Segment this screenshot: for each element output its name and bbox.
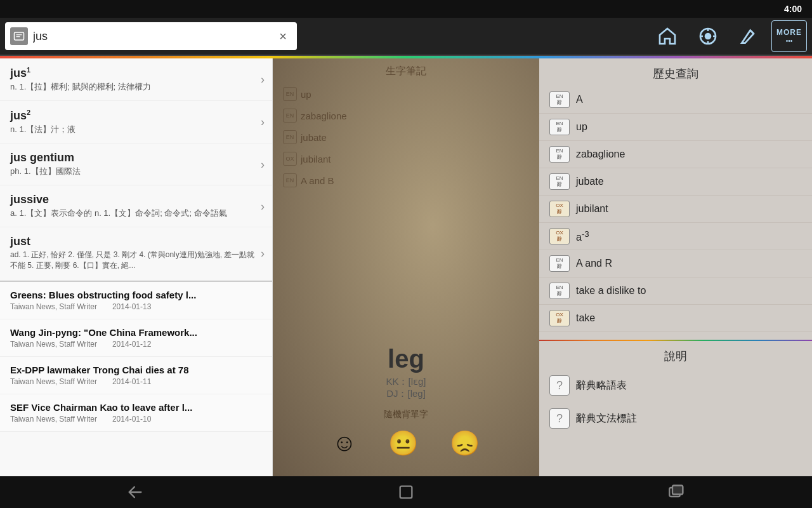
dict-badge: EN辭 [549,283,570,299]
news-title: Greens: Blues obstructing food safety l.… [10,290,262,300]
dict-badge: EN辭 [549,119,570,135]
news-title: SEF Vice Chairman Kao to leave after l..… [10,402,262,413]
autocomplete-item-jus1[interactable]: jus1 n. 1.【拉】權利; 賦與的權利; 法律權力 › [0,58,272,101]
autocomplete-word: jussive [10,193,262,206]
vocab-dict-badge: EN [283,130,297,144]
vocab-item-zabaglione[interactable]: EN zabaglione [273,105,539,126]
happy-emoji[interactable]: ☺ [332,429,357,457]
explanation-item-grammar[interactable]: ? 辭典文法標註 [539,402,812,435]
history-item-A[interactable]: EN辭 A [539,86,812,114]
vocab-section: 生字筆記 EN up EN zabaglione EN jubate OX ju… [273,58,539,197]
arrow-icon: › [261,73,265,86]
news-item-1[interactable]: Greens: Blues obstructing food safety l.… [0,282,272,319]
arrow-icon: › [261,157,265,171]
dict-badge: EN辭 [549,146,570,163]
history-title: 歷史查詢 [539,66,812,81]
vocab-dict-badge: EN [283,173,297,187]
vocab-dict-badge: EN [283,87,297,101]
recents-button[interactable] [658,479,696,505]
back-button[interactable] [116,479,154,505]
history-item-take[interactable]: OX辭 take [539,305,812,332]
vocab-item-jubilant[interactable]: OX jubilant [273,148,539,170]
autocomplete-item-jus-gentium[interactable]: jus gentium ph. 1.【拉】國際法 › [0,144,272,185]
autocomplete-word: just [10,235,262,248]
explanation-item-abbreviations[interactable]: ? 辭典略語表 [539,369,812,402]
history-section: 歷史查詢 EN辭 A EN辭 up EN辭 zabaglione EN辭 jub… [539,58,812,340]
svg-rect-0 [15,32,24,40]
edit-button[interactable] [731,20,766,52]
arrow-icon: › [261,199,265,213]
history-item-a-minus3[interactable]: OX辭 a-3 [539,223,812,250]
history-item-up[interactable]: EN辭 up [539,114,812,141]
autocomplete-item-jus2[interactable]: jus2 n. 1.【法】汁；液 › [0,101,272,144]
middle-panel: 生字筆記 EN up EN zabaglione EN jubate OX ju… [273,58,539,476]
search-dict-icon [10,27,28,45]
vocab-item-a-and-b[interactable]: EN A and B [273,170,539,191]
autocomplete-item-just[interactable]: just ad. 1. 正好, 恰好 2. 僅僅, 只是 3. 剛才 4. (常… [0,227,272,281]
arrow-icon: › [261,116,265,129]
nav-bar [0,476,812,508]
news-item-3[interactable]: Ex-DPP lawmaker Trong Chai dies at 78 Ta… [0,357,272,394]
history-item-jubate[interactable]: EN辭 jubate [539,168,812,196]
autocomplete-def: ad. 1. 正好, 恰好 2. 僅僅, 只是 3. 剛才 4. (常與only… [10,250,262,271]
autocomplete-def: n. 1.【拉】權利; 賦與的權利; 法律權力 [10,81,262,93]
autocomplete-panel: jus1 n. 1.【拉】權利; 賦與的權利; 法律權力 › jus2 n. 1… [0,58,273,476]
word-large: leg [273,345,539,373]
clear-search-button[interactable]: × [274,27,292,45]
dict-badge: EN辭 [549,173,570,190]
history-button[interactable] [690,20,726,52]
news-item-4[interactable]: SEF Vice Chairman Kao to leave after l..… [0,394,272,432]
svg-point-4 [705,34,710,39]
vocab-item-jubate[interactable]: EN jubate [273,126,539,148]
dict-badge: OX辭 [549,228,570,244]
explanation-section: 說明 ? 辭典略語表 ? 辭典文法標註 [539,341,812,476]
autocomplete-word: jus2 [10,109,262,123]
svg-rect-5 [400,486,412,498]
search-container: × [5,22,297,50]
word-display: leg KK：[lɛg] DJ：[leg] [273,345,539,400]
dict-badge: EN辭 [549,91,570,108]
more-button[interactable]: MORE ••• [771,20,807,52]
neutral-emoji[interactable]: 😐 [388,429,418,457]
dict-badge: OX辭 [549,310,570,326]
word-phonetics: KK：[lɛg] DJ：[leg] [273,376,539,400]
main-area: jus1 n. 1.【拉】權利; 賦與的權利; 法律權力 › jus2 n. 1… [0,58,812,476]
sad-emoji[interactable]: 😞 [450,429,480,457]
history-item-zabaglione[interactable]: EN辭 zabaglione [539,141,812,168]
history-item-jubilant[interactable]: OX辭 jubilant [539,196,812,223]
news-item-2[interactable]: Wang Jin-pyng: "One China Framework... T… [0,319,272,357]
history-item-a-and-r[interactable]: EN辭 A and R [539,250,812,277]
toolbar-icons: MORE ••• [650,20,807,52]
vocab-card-title: 生字筆記 [273,65,539,78]
status-bar: 4:00 [0,0,812,18]
vocab-dict-badge: EN [283,109,297,123]
home-button[interactable] [650,20,685,52]
autocomplete-word: jus1 [10,66,262,80]
autocomplete-def: a. 1.【文】表示命令的 n. 1.【文】命令詞; 命令式; 命令語氣 [10,208,262,219]
dict-badge: EN辭 [549,255,570,272]
news-meta: Taiwan News, Staff Writer 2014-01-13 [10,302,262,311]
search-input[interactable] [33,30,274,43]
dict-badge: OX辭 [549,201,570,217]
right-panel: 歷史查詢 EN辭 A EN辭 up EN辭 zabaglione EN辭 jub… [539,58,812,476]
vocab-item-up[interactable]: EN up [273,83,539,105]
help-icon: ? [549,375,570,396]
emoji-row: ☺ 😐 😞 [273,429,539,457]
explanation-title: 說明 [539,349,812,364]
arrow-icon: › [261,247,265,260]
autocomplete-word: jus gentium [10,151,262,164]
news-title: Ex-DPP lawmaker Trong Chai dies at 78 [10,364,262,375]
autocomplete-def: n. 1.【法】汁；液 [10,124,262,135]
help-icon: ? [549,408,570,429]
news-title: Wang Jin-pyng: "One China Framework... [10,327,262,338]
news-meta: Taiwan News, Staff Writer 2014-01-11 [10,377,262,386]
vocab-dict-badge: OX [283,152,297,166]
news-meta: Taiwan News, Staff Writer 2014-01-10 [10,415,262,424]
random-word-bar[interactable]: 隨機背單字 [273,409,539,420]
home-nav-button[interactable] [387,479,425,505]
clock: 4:00 [784,4,802,14]
history-item-take-a-dislike[interactable]: EN辭 take a dislike to [539,277,812,305]
autocomplete-def: ph. 1.【拉】國際法 [10,166,262,177]
svg-rect-7 [672,486,683,495]
autocomplete-item-jussive[interactable]: jussive a. 1.【文】表示命令的 n. 1.【文】命令詞; 命令式; … [0,185,272,227]
